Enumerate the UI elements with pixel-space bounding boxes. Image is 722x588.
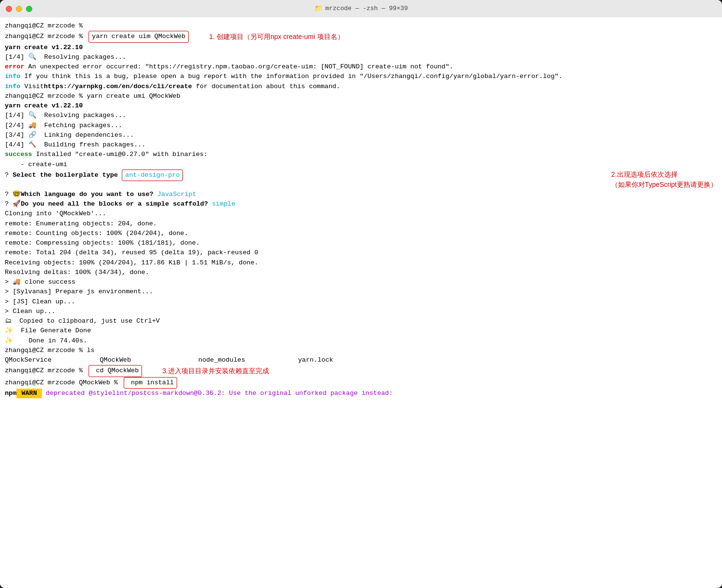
ls-item: QMockWeb bbox=[100, 355, 131, 365]
terminal-line: Receiving objects: 100% (204/204), 117.8… bbox=[5, 258, 717, 268]
command-boxed: npm install bbox=[124, 377, 177, 389]
question-answer: JavaScript bbox=[154, 190, 196, 199]
output-text: 🗂 Copied to clipboard, just use Ctrl+V bbox=[5, 316, 160, 326]
success-prefix: success bbox=[5, 150, 32, 159]
terminal-line: QMockService QMockWeb node_modules yarn.… bbox=[5, 355, 717, 365]
terminal-line: ? Select the boilerplate type ant-design… bbox=[5, 170, 717, 190]
error-prefix: error bbox=[5, 62, 25, 72]
success-text: Installed "create-umi@0.27.0" with binar… bbox=[32, 150, 208, 159]
terminal-line: [1/4] 🔍 Resolving packages... bbox=[5, 111, 717, 120]
terminal-line: yarn create v1.22.10 bbox=[5, 101, 717, 111]
prompt: zhangqi@CZ mrzcode % bbox=[5, 21, 83, 31]
close-button[interactable] bbox=[6, 6, 12, 12]
ls-item: node_modules bbox=[198, 355, 245, 365]
question-text: Do you need all the blocks or a simple s… bbox=[21, 199, 208, 209]
output-text: remote: Compressing objects: 100% (181/1… bbox=[5, 238, 200, 248]
question-answer: simple bbox=[208, 199, 235, 209]
terminal-line: > [Sylvanas] Prepare js environment... bbox=[5, 287, 717, 297]
question-prefix: ? 🚀 bbox=[5, 199, 21, 209]
minimize-button[interactable] bbox=[16, 6, 22, 12]
folder-icon: 📁 bbox=[314, 4, 322, 13]
terminal-line: > 🚚 clone success bbox=[5, 277, 717, 287]
info-link: https://yarnpkg.com/en/docs/cli/create bbox=[44, 82, 192, 91]
output-text: [4/4] 🔨 Building fresh packages... bbox=[5, 140, 145, 150]
terminal-line: ? 🚀 Do you need all the blocks or a simp… bbox=[5, 199, 717, 209]
npm-prefix: npm bbox=[5, 389, 16, 398]
annotation-2b: （如果你对TypeScript更熟请更换） bbox=[611, 180, 717, 190]
command-boxed: cd QMockWeb bbox=[89, 365, 142, 377]
prompt: zhangqi@CZ mrzcode % bbox=[5, 366, 83, 376]
terminal-line: remote: Total 204 (delta 34), reused 95 … bbox=[5, 248, 717, 258]
command-boxed: yarn create uim QMockWeb bbox=[89, 31, 189, 42]
prompt: zhangqi@CZ mrzcode % bbox=[5, 32, 83, 41]
output-text: Cloning into 'QMockWeb'... bbox=[5, 209, 106, 219]
terminal-line: > [JS] Clean up... bbox=[5, 297, 717, 307]
output-text: > 🚚 clone success bbox=[5, 277, 76, 287]
question-text: Select the boilerplate type bbox=[13, 171, 118, 179]
terminal-line: npm WARN deprecated @stylelint/postcss-m… bbox=[5, 389, 717, 398]
traffic-lights bbox=[6, 6, 32, 12]
terminal-line: - create-umi bbox=[5, 160, 717, 170]
prompt: zhangqi@CZ mrzcode QMockWeb % bbox=[5, 378, 118, 388]
maximize-button[interactable] bbox=[26, 6, 32, 12]
prompt: zhangqi@CZ mrzcode % yarn create umi QMo… bbox=[5, 91, 180, 101]
annotation-1: 1. 创建项目（另可用npx create-umi 项目名） bbox=[209, 32, 344, 42]
terminal-line: zhangqi@CZ mrzcode % cd QMockWeb 3.进入项目目… bbox=[5, 365, 717, 377]
ls-item: QMockService bbox=[5, 355, 52, 365]
terminal-line: ✨ Done in 74.40s. bbox=[5, 336, 717, 346]
answer-boxed: ant-design-pro bbox=[122, 170, 183, 181]
terminal-line: remote: Counting objects: 100% (204/204)… bbox=[5, 229, 717, 238]
terminal-line: info Visit https://yarnpkg.com/en/docs/c… bbox=[5, 82, 717, 91]
terminal-line: yarn create v1.22.10 bbox=[5, 43, 717, 52]
output-text: > [JS] Clean up... bbox=[5, 297, 75, 307]
info-prefix: info bbox=[5, 72, 20, 81]
ls-item: yarn.lock bbox=[298, 355, 333, 365]
terminal-line: ? 🤓 Which language do you want to use? J… bbox=[5, 190, 717, 199]
output-text: [1/4] 🔍 Resolving packages... bbox=[5, 111, 126, 120]
terminal-line: Cloning into 'QMockWeb'... bbox=[5, 209, 717, 219]
question-prefix: ? bbox=[5, 171, 13, 179]
terminal-line: zhangqi@CZ mrzcode QMockWeb % npm instal… bbox=[5, 377, 717, 389]
terminal-line: zhangqi@CZ mrzcode % bbox=[5, 21, 717, 31]
output-text: - create-umi bbox=[5, 160, 67, 170]
annotation-container: 2.出现选项后依次选择 （如果你对TypeScript更熟请更换） bbox=[611, 170, 717, 190]
output-text: yarn create v1.22.10 bbox=[5, 101, 83, 111]
output-text: Receiving objects: 100% (204/204), 117.8… bbox=[5, 258, 258, 268]
info-prefix: info bbox=[5, 82, 20, 91]
terminal-line: > Clean up... bbox=[5, 307, 717, 316]
terminal-line: [4/4] 🔨 Building fresh packages... bbox=[5, 140, 717, 150]
output-text: ✨ File Generate Done bbox=[5, 326, 91, 336]
terminal-line: [1/4] 🔍 Resolving packages... bbox=[5, 52, 717, 62]
info-text: Visit bbox=[20, 82, 44, 91]
error-text: An unexpected error occurred: "https://r… bbox=[25, 62, 453, 72]
window-title: 📁 mrzcode — -zsh — 99×39 bbox=[314, 4, 408, 13]
output-text: remote: Total 204 (delta 34), reused 95 … bbox=[5, 248, 258, 258]
annotation-3: 3.进入项目目录并安装依赖直至完成 bbox=[162, 366, 269, 376]
terminal-body[interactable]: zhangqi@CZ mrzcode % zhangqi@CZ mrzcode … bbox=[0, 17, 722, 588]
terminal-line: zhangqi@CZ mrzcode % yarn create umi QMo… bbox=[5, 91, 717, 101]
terminal-line: Resolving deltas: 100% (34/34), done. bbox=[5, 268, 717, 277]
output-text: remote: Enumerating objects: 204, done. bbox=[5, 219, 157, 229]
output-text: Resolving deltas: 100% (34/34), done. bbox=[5, 268, 149, 277]
terminal-line: error An unexpected error occurred: "htt… bbox=[5, 62, 717, 72]
output-text: [3/4] 🔗 Linking dependencies... bbox=[5, 131, 134, 140]
output-text: [2/4] 🚚 Fetching packages... bbox=[5, 121, 122, 131]
output-text: > [Sylvanas] Prepare js environment... bbox=[5, 287, 153, 297]
terminal-line: remote: Enumerating objects: 204, done. bbox=[5, 219, 717, 229]
terminal-line: ✨ File Generate Done bbox=[5, 326, 717, 336]
terminal-line: zhangqi@CZ mrzcode % ls bbox=[5, 346, 717, 355]
terminal-line: [3/4] 🔗 Linking dependencies... bbox=[5, 131, 717, 140]
output-text: [1/4] 🔍 Resolving packages... bbox=[5, 52, 126, 62]
question-prefix: ? 🤓 bbox=[5, 190, 21, 199]
warn-text: deprecated @stylelint/postcss-markdown@0… bbox=[42, 389, 393, 398]
titlebar: 📁 mrzcode — -zsh — 99×39 bbox=[0, 0, 722, 17]
terminal-window: 📁 mrzcode — -zsh — 99×39 zhangqi@CZ mrzc… bbox=[0, 0, 722, 588]
warn-badge: WARN bbox=[16, 389, 42, 398]
annotation-2a: 2.出现选项后依次选择 bbox=[611, 170, 717, 180]
terminal-line: [2/4] 🚚 Fetching packages... bbox=[5, 121, 717, 131]
output-text: remote: Counting objects: 100% (204/204)… bbox=[5, 229, 188, 238]
info-text: If you think this is a bug, please open … bbox=[20, 72, 562, 81]
terminal-line: 🗂 Copied to clipboard, just use Ctrl+V bbox=[5, 316, 717, 326]
terminal-line: remote: Compressing objects: 100% (181/1… bbox=[5, 238, 717, 248]
info-text: for documentation about this command. bbox=[192, 82, 340, 91]
